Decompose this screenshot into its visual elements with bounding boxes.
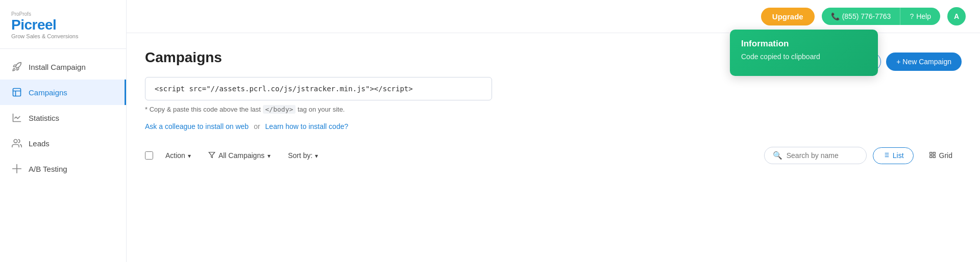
campaigns-icon <box>11 87 22 98</box>
question-icon: ? <box>910 12 914 20</box>
list-icon <box>883 151 890 160</box>
grid-label: Grid <box>939 151 952 160</box>
help-label: Help <box>916 12 931 20</box>
filter-label: All Campaigns <box>218 151 264 160</box>
search-box[interactable]: 🔍 <box>764 147 867 164</box>
picreel-logo: Picreel <box>11 18 115 32</box>
help-button[interactable]: ? Help <box>900 8 940 25</box>
sidebar-item-statistics[interactable]: Statistics <box>0 105 126 130</box>
ab-testing-icon <box>11 163 22 174</box>
page-title: Campaigns <box>145 49 222 66</box>
filter-button[interactable]: All Campaigns <box>203 148 276 164</box>
green-pill-group: 📞 (855) 776-7763 ? Help <box>822 8 940 25</box>
or-separator: or <box>254 122 260 130</box>
list-label: List <box>893 151 904 160</box>
list-view-button[interactable]: List <box>873 147 914 164</box>
links-row: Ask a colleague to install on web or Lea… <box>145 122 962 130</box>
info-popup-message: Code copied to clipboard <box>741 53 867 61</box>
filter-icon <box>208 151 215 160</box>
toolbar-row: Action All Campaigns Sort by: 🔍 <box>145 147 962 164</box>
sidebar-item-ab-testing[interactable]: A/B Testing <box>0 156 126 181</box>
sidebar-statistics-label: Statistics <box>29 114 59 122</box>
sidebar: ProProfs Picreel Grow Sales & Conversion… <box>0 0 127 262</box>
action-label: Action <box>165 151 185 160</box>
code-text: <script src="//assets.pcrl.co/js/jstrack… <box>155 85 413 93</box>
code-hint: * Copy & paste this code above the last … <box>145 106 962 113</box>
svg-rect-9 <box>929 152 932 154</box>
code-snippet: <script src="//assets.pcrl.co/js/jstrack… <box>145 77 492 100</box>
search-input[interactable] <box>787 151 858 160</box>
info-popup-title: Information <box>741 39 867 49</box>
phone-button[interactable]: 📞 (855) 776-7763 <box>822 8 901 25</box>
sidebar-ab-label: A/B Testing <box>29 165 67 173</box>
sidebar-item-campaigns[interactable]: Campaigns <box>0 80 126 105</box>
ask-colleague-link[interactable]: Ask a colleague to install on web <box>145 122 249 130</box>
leads-icon <box>11 138 22 149</box>
svg-point-1 <box>14 140 17 143</box>
action-button[interactable]: Action <box>160 148 196 163</box>
sidebar-leads-label: Leads <box>29 139 50 148</box>
statistics-icon <box>11 112 22 123</box>
rocket-icon <box>11 61 22 72</box>
sidebar-campaigns-label: Campaigns <box>29 88 67 97</box>
sidebar-nav: Install Campaign Campaigns <box>0 49 126 262</box>
sort-label: Sort by: <box>288 151 312 160</box>
svg-rect-0 <box>13 89 21 96</box>
svg-rect-10 <box>933 152 935 154</box>
select-all-checkbox[interactable] <box>145 151 153 160</box>
sort-button[interactable]: Sort by: <box>283 148 323 163</box>
sidebar-item-install-campaign[interactable]: Install Campaign <box>0 54 126 80</box>
sidebar-item-leads[interactable]: Leads <box>0 130 126 156</box>
upgrade-button[interactable]: Upgrade <box>761 8 815 25</box>
info-popup: Information Code copied to clipboard <box>730 30 878 76</box>
phone-number: (855) 776-7763 <box>842 12 891 20</box>
grid-view-button[interactable]: Grid <box>920 148 962 164</box>
logo-area: ProProfs Picreel Grow Sales & Conversion… <box>0 0 126 49</box>
proprofs-label: ProProfs <box>11 11 115 17</box>
toolbar-right: 🔍 List Grid <box>764 147 962 164</box>
top-bar: Upgrade 📞 (855) 776-7763 ? Help A <box>127 0 980 33</box>
action-chevron-icon <box>188 151 191 160</box>
sort-chevron-icon <box>315 151 318 160</box>
new-campaign-button[interactable]: + New Campaign <box>886 53 962 71</box>
search-icon: 🔍 <box>773 151 782 160</box>
filter-chevron-icon <box>267 151 271 160</box>
avatar-initials: A <box>954 12 959 20</box>
svg-rect-12 <box>929 155 932 158</box>
learn-how-link[interactable]: Learn how to install code? <box>265 122 349 130</box>
user-avatar[interactable]: A <box>947 7 966 25</box>
grid-icon <box>929 151 936 160</box>
svg-marker-2 <box>209 152 215 158</box>
phone-icon: 📞 <box>831 12 840 20</box>
svg-rect-11 <box>933 155 935 158</box>
logo-tagline: Grow Sales & Conversions <box>11 33 115 39</box>
sidebar-item-label: Install Campaign <box>29 63 86 71</box>
